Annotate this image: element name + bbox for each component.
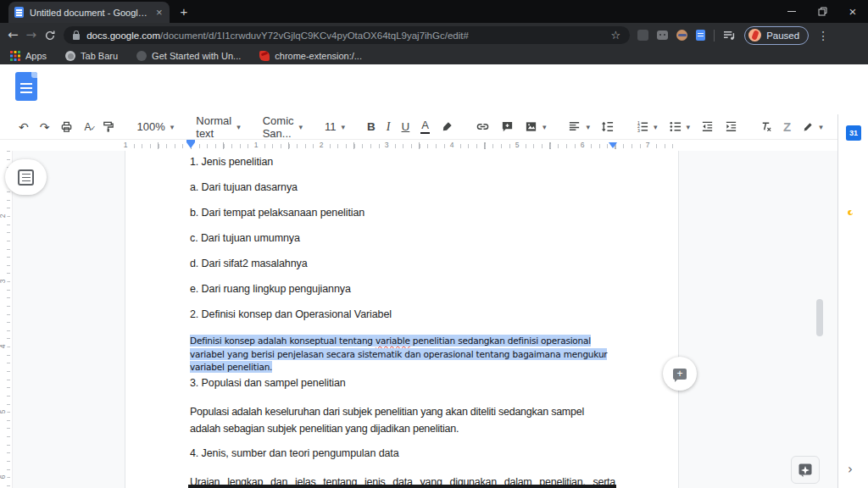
tab-close-icon[interactable]: × xyxy=(156,7,163,18)
restore-button[interactable] xyxy=(807,0,837,23)
ruler-label: 7 xyxy=(644,141,652,149)
bookmark-apps[interactable]: Apps xyxy=(10,51,47,61)
bookmark-label: Tab Baru xyxy=(81,51,118,61)
bold-button[interactable]: B xyxy=(367,120,376,133)
ruler-label: 1 xyxy=(253,141,260,149)
italic-button[interactable]: I xyxy=(387,120,391,134)
font-size-select[interactable]: 11 ▾ xyxy=(325,120,345,133)
browser-menu-icon[interactable]: ⋮ xyxy=(817,30,829,42)
minimize-button[interactable] xyxy=(776,0,807,23)
https-lock-icon[interactable] xyxy=(73,34,80,40)
document-outline-button[interactable] xyxy=(5,159,47,195)
bookmark-chrome-extension[interactable]: chrome-extension:/... xyxy=(259,51,362,61)
robot-extension-icon[interactable] xyxy=(657,30,668,40)
chevron-down-icon: ▾ xyxy=(586,123,590,131)
hide-side-panel-icon[interactable]: › xyxy=(848,462,853,477)
new-tab-button[interactable]: + xyxy=(176,4,192,19)
bulleted-list-icon xyxy=(669,120,682,133)
zoom-value: 100% xyxy=(136,120,164,133)
ruler-label: 4 xyxy=(448,141,456,149)
numbered-list-button[interactable]: 123 ▾ xyxy=(636,120,658,133)
address-bar[interactable]: docs.google.com/document/d/1I1crwduvY72v… xyxy=(64,26,630,44)
ruler-label: 2 xyxy=(318,141,326,149)
left-indent-marker[interactable] xyxy=(186,142,195,148)
spellcheck-icon[interactable]: A xyxy=(84,121,91,133)
reload-icon[interactable] xyxy=(44,30,56,42)
calendar-icon[interactable]: 31 xyxy=(846,125,861,141)
paused-extension-icon xyxy=(748,29,761,42)
chevron-down-icon: ▾ xyxy=(654,123,658,131)
right-indent-marker[interactable] xyxy=(609,142,617,148)
chevron-down-icon: ▾ xyxy=(542,123,547,131)
docs-extension-icon[interactable] xyxy=(696,30,705,41)
document-text[interactable]: 1. Jenis penelitiana. Dari tujuan dasarn… xyxy=(190,157,615,488)
forward-icon[interactable]: → xyxy=(26,29,37,42)
decrease-indent-icon[interactable] xyxy=(701,120,714,133)
line-spacing-icon[interactable] xyxy=(601,120,614,133)
paragraph[interactable]: d. Dari sifat2 masalahnya xyxy=(190,258,615,269)
zotero-icon[interactable]: Z xyxy=(783,119,791,134)
paragraph[interactable]: 1. Jenis penelitian xyxy=(190,157,615,168)
apps-grid-icon xyxy=(10,51,20,61)
highlight-color-icon[interactable] xyxy=(441,120,453,133)
paragraph[interactable]: Populasi adalah keseluruhan dari subjek … xyxy=(190,403,615,437)
increase-indent-icon[interactable] xyxy=(725,120,737,133)
ruler-label: 6 xyxy=(0,475,7,480)
paused-label: Paused xyxy=(766,30,799,41)
undo-icon[interactable]: ↶ xyxy=(19,121,29,133)
paragraph[interactable]: 3. Populasi dan sampel penelitian xyxy=(190,378,615,389)
paragraph[interactable]: c. Dari tujuan umumnya xyxy=(190,233,615,244)
align-button[interactable]: ▾ xyxy=(568,120,590,133)
style-value: Normal text xyxy=(196,114,231,140)
docs-favicon-icon xyxy=(14,7,24,18)
editing-mode-button[interactable]: ▾ xyxy=(802,121,823,133)
vertical-ruler: 23456 xyxy=(0,151,13,488)
zoom-select[interactable]: 100% ▾ xyxy=(136,120,174,133)
font-family-select[interactable]: Comic San... ▾ xyxy=(263,114,303,140)
document-page[interactable]: 1. Jenis penelitiana. Dari tujuan dasarn… xyxy=(125,151,678,488)
font-size-value: 11 xyxy=(325,120,337,133)
bookmark-star-icon[interactable]: ☆ xyxy=(611,29,621,42)
playlist-icon[interactable] xyxy=(723,30,736,41)
minimize-icon xyxy=(787,11,796,12)
paragraph[interactable]: 2. Definisi konsep dan Operasional Varia… xyxy=(190,309,615,320)
docs-logo-icon[interactable] xyxy=(15,72,37,101)
back-icon[interactable]: ← xyxy=(8,29,19,42)
insert-link-icon[interactable] xyxy=(476,120,490,133)
avatar-extension-icon[interactable] xyxy=(676,30,687,41)
url-text[interactable]: docs.google.com/document/d/1I1crwduvY72v… xyxy=(86,30,469,41)
paragraph[interactable]: Definisi konsep adalah konseptual tentan… xyxy=(190,335,615,374)
insert-comment-icon[interactable] xyxy=(501,120,514,133)
redo-icon[interactable]: ↷ xyxy=(40,121,50,133)
chevron-down-icon: ▾ xyxy=(299,123,303,131)
clear-formatting-icon[interactable] xyxy=(760,120,772,133)
scrollbar-thumb[interactable] xyxy=(816,299,823,336)
close-window-button[interactable]: × xyxy=(837,0,868,23)
bulleted-list-button[interactable]: ▾ xyxy=(669,120,691,133)
add-comment-button[interactable] xyxy=(663,357,697,391)
font-value: Comic San... xyxy=(263,114,294,140)
paragraph[interactable]: 4. Jenis, sumber dan teori pengumpulan d… xyxy=(190,448,615,459)
ruler-label: 1 xyxy=(122,141,130,149)
bookmark-get-started[interactable]: Get Started with Un... xyxy=(136,51,241,61)
paragraph-style-select[interactable]: Normal text ▾ xyxy=(196,114,240,140)
print-icon[interactable] xyxy=(60,120,73,133)
ruler-label: 4 xyxy=(0,345,7,349)
paragraph[interactable]: b. Dari tempat pelaksanaan penelitian xyxy=(190,208,615,219)
restore-icon xyxy=(818,7,827,16)
explore-button[interactable] xyxy=(791,456,820,484)
clipped-text-line xyxy=(188,485,616,488)
insert-image-button[interactable]: ▾ xyxy=(525,120,547,133)
underline-button[interactable]: U xyxy=(402,120,410,133)
extension-icon[interactable] xyxy=(637,30,648,41)
paragraph[interactable]: a. Dari tujuan dasarnya xyxy=(190,182,615,193)
text-color-button[interactable]: A xyxy=(420,119,430,133)
browser-tab[interactable]: Untitled document - Google Doc × xyxy=(8,2,170,23)
bookmark-tab-baru[interactable]: Tab Baru xyxy=(65,51,118,61)
paragraph[interactable]: e. Dari ruang lingkup pengujiannya xyxy=(190,284,615,295)
misspelled-word[interactable]: variable xyxy=(376,335,410,347)
ruler-ticks xyxy=(7,151,10,488)
docs-toolbar: ↶ ↷ A 100% ▾ Normal text ▾ Comic San... … xyxy=(0,114,837,140)
paused-extension-button[interactable]: Paused xyxy=(744,26,809,45)
paint-format-icon[interactable] xyxy=(102,120,114,133)
